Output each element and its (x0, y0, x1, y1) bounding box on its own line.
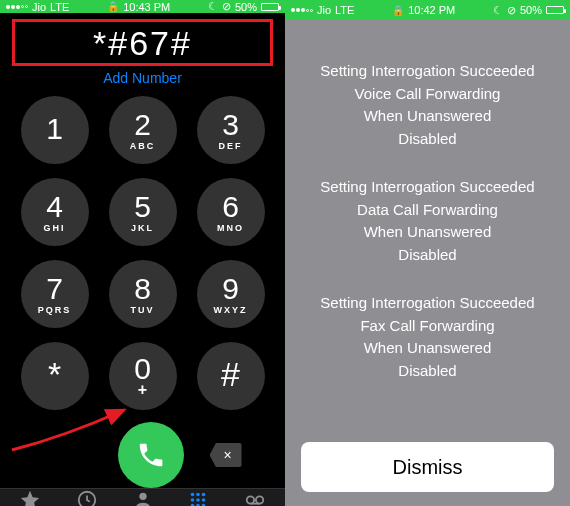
key-0[interactable]: 0+ (109, 342, 177, 410)
result-block: Setting Interrogation Succeeded Voice Ca… (305, 60, 550, 150)
key-4[interactable]: 4GHI (21, 178, 89, 246)
svg-point-2 (191, 493, 195, 497)
svg-point-11 (246, 496, 253, 503)
lock-icon: 🔒 (392, 5, 404, 16)
clock-icon (76, 489, 98, 506)
phone-icon (136, 440, 166, 470)
keypad-icon (187, 489, 209, 506)
svg-point-6 (196, 498, 200, 502)
backspace-icon: × (210, 443, 242, 467)
battery-pct: 50% (520, 4, 542, 16)
tab-bar: Favorites Recents Contacts Keypad Voicem… (0, 488, 285, 506)
key-8[interactable]: 8TUV (109, 260, 177, 328)
signal-icon (6, 5, 28, 9)
star-icon (19, 489, 41, 506)
time-label: 10:42 PM (408, 4, 455, 16)
time-label: 10:43 PM (123, 1, 170, 13)
entered-number: *#67# (15, 24, 270, 63)
lock-icon: 🔒 (107, 1, 119, 12)
key-2[interactable]: 2ABC (109, 96, 177, 164)
result-block: Setting Interrogation Succeeded Fax Call… (305, 292, 550, 382)
network-label: LTE (50, 1, 69, 13)
number-display-highlight: *#67# (12, 19, 273, 66)
person-icon (132, 489, 154, 506)
key-6[interactable]: 6MNO (197, 178, 265, 246)
key-1[interactable]: 1 (21, 96, 89, 164)
dialer-body: *#67# Add Number 1 2ABC 3DEF 4GHI 5JKL 6… (0, 13, 285, 488)
signal-icon (291, 8, 313, 12)
key-hash[interactable]: # (197, 342, 265, 410)
carrier-label: Jio (32, 1, 46, 13)
key-7[interactable]: 7PQRS (21, 260, 89, 328)
dismiss-button[interactable]: Dismiss (301, 442, 554, 492)
battery-pct: 50% (235, 1, 257, 13)
moon-icon: ☾ (493, 4, 503, 17)
result-text: Setting Interrogation Succeeded Voice Ca… (285, 20, 570, 382)
add-number-link[interactable]: Add Number (0, 70, 285, 86)
key-5[interactable]: 5JKL (109, 178, 177, 246)
battery-icon (261, 3, 279, 11)
svg-point-1 (139, 493, 146, 500)
alarm-icon: ⊘ (222, 0, 231, 13)
alarm-icon: ⊘ (507, 4, 516, 17)
battery-icon (546, 6, 564, 14)
svg-point-12 (256, 496, 263, 503)
keypad: 1 2ABC 3DEF 4GHI 5JKL 6MNO 7PQRS 8TUV 9W… (0, 96, 285, 410)
carrier-label: Jio (317, 4, 331, 16)
key-star[interactable]: * (21, 342, 89, 410)
tab-keypad[interactable]: Keypad (183, 489, 214, 506)
status-bar: Jio LTE 🔒 10:42 PM ☾ ⊘ 50% (285, 0, 570, 20)
result-screen: Jio LTE 🔒 10:42 PM ☾ ⊘ 50% Setting Inter… (285, 0, 570, 506)
tab-recents[interactable]: Recents (70, 489, 103, 506)
result-block: Setting Interrogation Succeeded Data Cal… (305, 176, 550, 266)
svg-point-7 (202, 498, 206, 502)
dialer-screen: Jio LTE 🔒 10:43 PM ☾ ⊘ 50% *#67# Add Num… (0, 0, 285, 506)
key-9[interactable]: 9WXYZ (197, 260, 265, 328)
call-button[interactable] (118, 422, 184, 488)
result-modal: Setting Interrogation Succeeded Voice Ca… (285, 20, 570, 506)
voicemail-icon (244, 489, 266, 506)
svg-point-3 (196, 493, 200, 497)
tab-voicemail[interactable]: Voicemail (235, 489, 274, 506)
svg-point-5 (191, 498, 195, 502)
network-label: LTE (335, 4, 354, 16)
status-bar: Jio LTE 🔒 10:43 PM ☾ ⊘ 50% (0, 0, 285, 13)
moon-icon: ☾ (208, 0, 218, 13)
tab-favorites[interactable]: Favorites (11, 489, 48, 506)
delete-button[interactable]: × (208, 441, 244, 469)
tab-contacts[interactable]: Contacts (125, 489, 161, 506)
svg-point-4 (202, 493, 206, 497)
key-3[interactable]: 3DEF (197, 96, 265, 164)
